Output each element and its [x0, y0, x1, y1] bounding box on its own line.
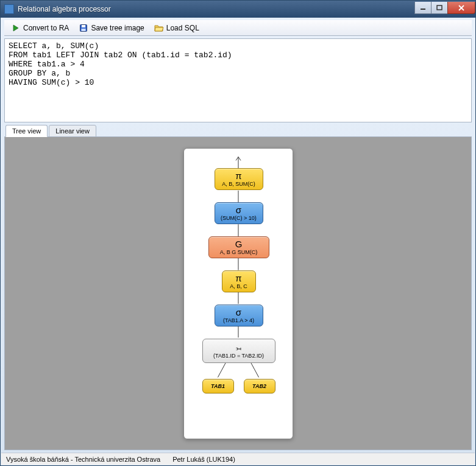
svg-rect-0: [421, 9, 425, 10]
tree-node-join[interactable]: ⟕(TAB1.ID = TAB2.ID): [202, 339, 275, 363]
node-text: (TAB1.A > 4): [223, 317, 254, 323]
tree-paper: πA, B, SUM(C)σ(SUM(C) > 10)GA, B G SUM(C…: [183, 148, 293, 439]
tab-linear-view[interactable]: Linear view: [49, 125, 96, 137]
node-symbol: π: [235, 274, 241, 283]
save-icon: [79, 23, 88, 33]
app-window: Relational algebra processor Convert to …: [0, 0, 476, 466]
tabstrip: Tree view Linear view: [4, 125, 472, 137]
tree-canvas[interactable]: πA, B, SUM(C)σ(SUM(C) > 10)GA, B G SUM(C…: [4, 136, 472, 450]
node-text: TAB1: [211, 383, 225, 389]
tree-node-pi[interactable]: πA, B, SUM(C): [215, 168, 263, 190]
window-title: Relational algebra processor: [18, 5, 415, 13]
node-text: TAB2: [252, 383, 266, 389]
status-author: Petr Lukáš (LUK194): [172, 456, 235, 463]
statusbar: Vysoká škola báňská - Technická univerzi…: [1, 453, 475, 465]
svg-rect-1: [437, 5, 442, 10]
maximize-button[interactable]: [431, 2, 448, 14]
tree-edges: [184, 149, 293, 439]
tab-tree-view[interactable]: Tree view: [5, 125, 48, 137]
titlebar[interactable]: Relational algebra processor: [1, 1, 475, 18]
node-symbol: σ: [236, 308, 241, 317]
node-text: A, B G SUM(C): [220, 249, 258, 255]
minimize-button[interactable]: [414, 2, 432, 14]
svg-line-11: [218, 361, 226, 377]
svg-rect-4: [82, 29, 86, 31]
tree-node-sigma[interactable]: σ(SUM(C) > 10): [215, 202, 263, 224]
folder-open-icon: [154, 23, 164, 33]
close-icon: [458, 5, 465, 11]
window-buttons: [415, 2, 475, 14]
node-text: (SUM(C) > 10): [221, 215, 257, 221]
save-label: Save tree image: [91, 24, 144, 32]
node-text: A, B, C: [230, 283, 247, 289]
svg-rect-3: [82, 25, 85, 27]
load-button[interactable]: Load SQL: [150, 21, 204, 35]
status-university: Vysoká škola báňská - Technická univerzi…: [6, 456, 160, 463]
close-button[interactable]: [447, 2, 475, 14]
convert-label: Convert to RA: [23, 24, 69, 32]
node-text: A, B, SUM(C): [222, 181, 255, 187]
save-button[interactable]: Save tree image: [74, 21, 148, 35]
node-symbol: G: [235, 239, 243, 249]
node-symbol: ⟕: [236, 343, 241, 352]
play-icon: [11, 23, 21, 33]
load-label: Load SQL: [166, 24, 199, 32]
tree-node-rel[interactable]: TAB1: [202, 379, 234, 394]
convert-button[interactable]: Convert to RA: [7, 21, 73, 35]
node-symbol: σ: [236, 205, 241, 214]
tree-node-rel[interactable]: TAB2: [244, 379, 275, 394]
minimize-icon: [419, 5, 427, 11]
maximize-icon: [436, 5, 443, 11]
app-icon: [4, 4, 14, 14]
tree-node-sigma[interactable]: σ(TAB1.A > 4): [215, 305, 263, 327]
tree-node-g[interactable]: GA, B G SUM(C): [208, 236, 269, 258]
svg-line-12: [250, 361, 258, 377]
node-text: (TAB1.ID = TAB2.ID): [213, 353, 264, 359]
tree-node-pi[interactable]: πA, B, C: [222, 270, 256, 292]
node-symbol: π: [235, 171, 241, 180]
toolbar: Convert to RA Save tree image Load SQL: [4, 20, 472, 36]
sql-editor[interactable]: SELECT a, b, SUM(c) FROM tab1 LEFT JOIN …: [4, 38, 472, 122]
